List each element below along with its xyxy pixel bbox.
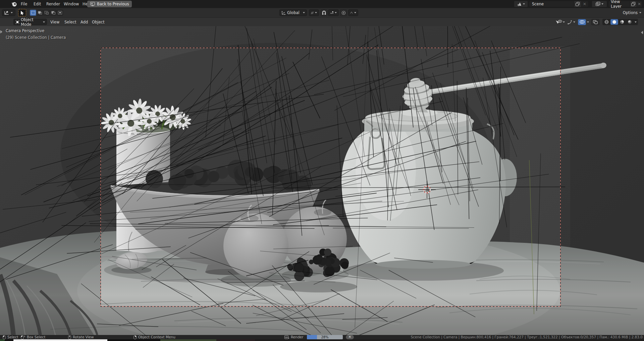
render-progress-percent: 28%: [307, 335, 343, 339]
pivot-point-dropdown[interactable]: [309, 9, 319, 16]
snap-increment-icon: [330, 11, 334, 15]
scene-icon: [517, 2, 522, 6]
hint-select: Select: [3, 335, 18, 339]
menu-file[interactable]: File: [21, 1, 27, 7]
select-mode-set-button[interactable]: [30, 10, 36, 16]
shading-dropdown[interactable]: [635, 21, 637, 23]
back-to-previous-label: Back to Previous: [97, 2, 129, 6]
blender-logo-icon[interactable]: [11, 1, 17, 7]
status-bar: Select Box Select Rotate View Object Con…: [0, 335, 644, 339]
viewport-header: Object Mode View Select Add Object: [0, 18, 644, 26]
select-subtract-icon: [45, 11, 49, 14]
transform-orientation-dropdown[interactable]: Global: [279, 9, 307, 16]
render-progress-bar: 28%: [307, 335, 343, 339]
wireframe-sphere-icon: [604, 20, 609, 24]
menu-edit[interactable]: Edit: [34, 1, 41, 7]
select-mode-invert-button[interactable]: [50, 10, 56, 16]
select-mode-extend-button[interactable]: [37, 10, 43, 16]
select-extend-icon: [38, 11, 42, 14]
view-layer-name-field[interactable]: View Layer ✕: [608, 1, 643, 7]
proportional-editing-toggle[interactable]: [340, 9, 347, 16]
object-mode-icon: [15, 20, 19, 24]
gizmos-dropdown[interactable]: [567, 20, 575, 24]
falloff-curve-icon: [350, 11, 353, 15]
select-mode-subtract-button[interactable]: [43, 10, 50, 16]
blender-window: File Edit Render Window Help Back to Pre…: [0, 0, 644, 341]
shading-material-button[interactable]: [618, 19, 626, 25]
select-mode-intersect-button[interactable]: [57, 10, 63, 16]
render-icon: [284, 335, 289, 339]
view-layer-icon: [595, 2, 601, 6]
mouse-right-icon: [133, 335, 137, 339]
back-to-previous-button[interactable]: Back to Previous: [87, 1, 132, 7]
xray-icon: [593, 20, 598, 24]
remove-view-layer-icon[interactable]: ✕: [636, 2, 642, 6]
new-scene-copy-icon[interactable]: [574, 1, 581, 7]
hint-object-context-menu: Object Context Menu: [133, 335, 175, 339]
magnet-icon: [322, 11, 326, 15]
pivot-icon: [311, 11, 314, 15]
orientation-value: Global: [287, 10, 302, 15]
select-invert-icon: [51, 11, 55, 14]
view-layer-browse-button[interactable]: [592, 1, 607, 7]
select-set-icon: [31, 11, 35, 14]
viewport-active-object: (29) Scene Collection | Camera: [6, 35, 66, 40]
menu-view[interactable]: View: [50, 19, 59, 25]
scene-render: [0, 26, 644, 335]
cursor-arrow-icon: [20, 11, 24, 15]
scene-name: Scene: [529, 2, 574, 6]
hint-rotate-view: Rotate View: [68, 335, 94, 339]
options-label: Options: [623, 10, 638, 15]
toolbar-expand-chevron-icon[interactable]: [0, 30, 2, 33]
hint-box-select: Box Select: [21, 335, 45, 339]
options-dropdown[interactable]: Options: [623, 9, 641, 16]
screen-edge-artifact: [0, 339, 644, 341]
mouse-middle-icon: [68, 335, 71, 339]
active-tool-select-box-button[interactable]: [18, 9, 26, 16]
cancel-render-button[interactable]: ✕: [346, 335, 354, 339]
menu-select[interactable]: Select: [64, 19, 76, 25]
mode-value: Object Mode: [21, 17, 42, 27]
scene-name-field[interactable]: Scene ✕: [529, 1, 589, 7]
solid-sphere-icon: [612, 20, 616, 24]
gizmo-icon: [567, 20, 573, 24]
snap-toggle-button[interactable]: [321, 9, 327, 16]
render-status: Render: [284, 335, 303, 339]
snap-target-dropdown[interactable]: [328, 9, 339, 16]
editor-3d-viewport-icon: [4, 10, 9, 15]
shading-rendered-button[interactable]: [626, 19, 634, 25]
menu-object[interactable]: Object: [92, 19, 104, 25]
menu-add[interactable]: Add: [80, 19, 88, 25]
scene-statistics: Scene Collection | Camera | Вершин:800,4…: [411, 335, 643, 339]
new-view-layer-copy-icon[interactable]: [630, 1, 636, 7]
overlays-icon: [580, 20, 585, 24]
object-visibility-dropdown[interactable]: [555, 20, 565, 24]
mode-dropdown[interactable]: Object Mode: [13, 19, 47, 25]
unlink-scene-icon[interactable]: ✕: [581, 2, 588, 6]
show-overlays-toggle[interactable]: [578, 19, 586, 25]
select-intersect-icon: [58, 11, 62, 14]
mouse-left-icon: [3, 335, 6, 339]
editor-type-button[interactable]: [2, 9, 15, 16]
mouse-left-drag-icon: [21, 335, 25, 339]
material-sphere-icon: [620, 20, 624, 24]
shading-solid-button[interactable]: [610, 19, 618, 25]
topbar: File Edit Render Window Help Back to Pre…: [0, 0, 644, 8]
menu-render[interactable]: Render: [46, 1, 60, 7]
tool-settings-bar: Global Options: [0, 8, 644, 18]
viewport-3d[interactable]: Camera Perspective (29) Scene Collection…: [0, 26, 644, 335]
orientation-global-icon: [281, 11, 286, 15]
overlays-dropdown[interactable]: [587, 21, 589, 23]
proportional-falloff-dropdown[interactable]: [348, 9, 358, 16]
rendered-sphere-icon: [628, 20, 632, 24]
shading-wireframe-button[interactable]: [603, 19, 610, 25]
menu-window[interactable]: Window: [64, 1, 79, 7]
scene-browse-button[interactable]: [514, 1, 528, 7]
xray-toggle[interactable]: [591, 19, 599, 25]
proportional-edit-icon: [341, 11, 346, 15]
sidebar-expand-chevron-icon[interactable]: [641, 31, 643, 34]
view-layer-name: View Layer: [608, 0, 630, 9]
viewport-view-name: Camera Perspective: [6, 28, 44, 33]
screen-back-icon: [90, 2, 95, 6]
pointer-eye-icon: [555, 20, 562, 24]
